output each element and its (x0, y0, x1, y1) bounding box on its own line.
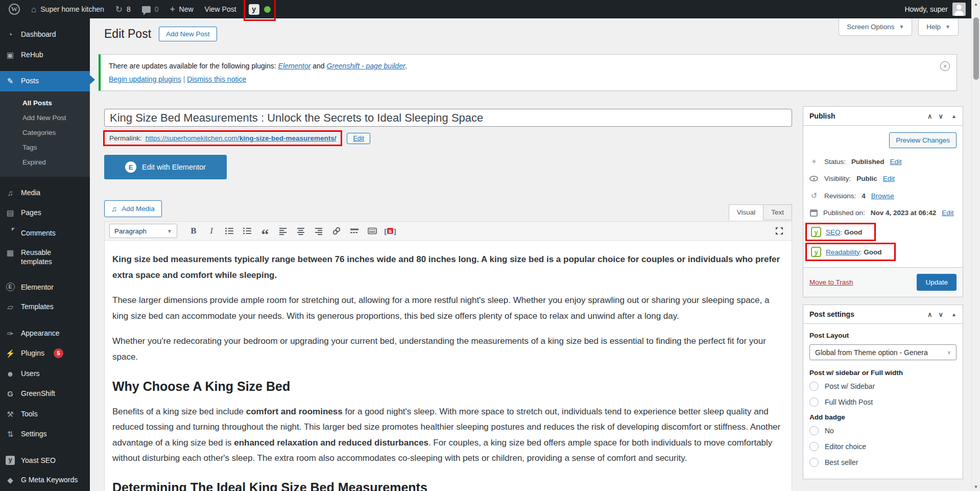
add-new-post-button[interactable]: Add New Post (159, 27, 217, 41)
page-scrollbar[interactable]: ▲ ▼ (971, 0, 980, 491)
comments-link[interactable]: 0 (136, 0, 164, 18)
move-down-icon[interactable]: ∨ (939, 311, 944, 318)
edit-published-date-link[interactable]: Edit (942, 209, 953, 217)
edit-status-link[interactable]: Edit (890, 158, 902, 166)
scroll-up-icon[interactable]: ▲ (972, 2, 980, 7)
blockquote-icon[interactable]: “ (257, 224, 273, 238)
sidebar-item-elementor[interactable]: E Elementor (0, 277, 90, 297)
yoast-adminbar-menu[interactable]: y (249, 0, 259, 18)
add-media-button[interactable]: ♫ Add Media (104, 200, 162, 217)
notice-text: and (310, 62, 326, 70)
sidebar-item-rehub[interactable]: ▣ ReHub (0, 45, 90, 65)
permalink-link[interactable]: https://superhomekitchen.com/king-size-b… (146, 134, 337, 142)
readability-analysis-link[interactable]: Readability (826, 248, 860, 256)
edit-with-elementor-button[interactable]: E Edit with Elementor (104, 155, 227, 179)
radio-full-width-post[interactable] (809, 398, 819, 407)
sidebar-item-users[interactable]: ☻ Users (0, 364, 90, 384)
paragraph-format-select[interactable]: Paragraph ▼ (109, 224, 177, 238)
revisions-label: Revisions: (824, 192, 856, 200)
radio-badge-best-seller[interactable] (809, 458, 819, 467)
submenu-tags[interactable]: Tags (0, 140, 90, 155)
plugins-icon: ⚡ (5, 348, 15, 359)
elementor-icon: E (5, 283, 15, 291)
move-up-icon[interactable]: ∧ (927, 112, 933, 120)
publish-panel-title: Publish (809, 112, 835, 120)
sidebar-item-media[interactable]: ♫ Media (0, 183, 90, 203)
numbered-list-icon[interactable] (240, 224, 255, 238)
elementor-plugin-link[interactable]: Elementor (278, 62, 311, 70)
sidebar-item-label: Tools (21, 409, 38, 418)
post-layout-select[interactable]: Global from Theme option - Genera ∨ (809, 344, 957, 360)
submenu-all-posts[interactable]: All Posts (0, 96, 90, 110)
scrollbar-thumb[interactable] (973, 17, 979, 80)
sidebar-item-plugins[interactable]: ⚡ Plugins 5 (0, 343, 90, 364)
comments-bubble-icon (142, 6, 151, 13)
submenu-expired[interactable]: Expired (0, 155, 90, 170)
sidebar-item-pages[interactable]: ▤ Pages (0, 203, 90, 223)
sidebar-item-comments[interactable]: Comments (0, 223, 90, 243)
new-content-link[interactable]: + New (164, 0, 199, 18)
avatar[interactable] (952, 3, 966, 16)
submenu-categories[interactable]: Categories (0, 125, 90, 140)
paragraph-select-value: Paragraph (114, 227, 147, 235)
radio-label: No (825, 427, 834, 435)
move-up-icon[interactable]: ∧ (927, 311, 933, 318)
read-more-icon[interactable] (347, 224, 362, 238)
editor-content-area[interactable]: King size bed measurements typically ran… (104, 240, 792, 491)
post-settings-panel: Post settings ∧ ∨ ▲ Post Layout Global f… (803, 305, 963, 479)
radio-post-with-sidebar[interactable] (809, 382, 819, 391)
sidebar-item-greenshift[interactable]: G GreenShift (0, 384, 90, 404)
radio-badge-no[interactable] (809, 426, 819, 435)
radio-label: Post w/ Sidebar (825, 382, 875, 390)
sidebar-item-dashboard[interactable]: ◔ Dashboard (0, 25, 90, 45)
edit-permalink-button[interactable]: Edit (347, 133, 370, 144)
preview-changes-button[interactable]: Preview Changes (889, 132, 957, 148)
italic-button[interactable]: I (204, 224, 219, 238)
dismiss-icon[interactable]: × (940, 61, 950, 71)
shortcode-icon[interactable]: [s] (383, 224, 398, 238)
wordpress-logo-menu[interactable]: W (3, 0, 26, 18)
greenshift-plugin-link[interactable]: Greenshift - page builder (327, 62, 405, 70)
align-left-icon[interactable] (275, 224, 291, 238)
align-right-icon[interactable] (311, 224, 326, 238)
submenu-add-new-post[interactable]: Add New Post (0, 110, 90, 125)
status-pin-icon: ⌖ (809, 157, 819, 166)
browse-revisions-link[interactable]: Browse (871, 192, 894, 200)
sidebar-item-g-meta-keywords[interactable]: ◆ G Meta Keywords (0, 470, 90, 490)
sidebar-item-templates[interactable]: ▱ Templates (0, 297, 90, 317)
sidebar-item-tools[interactable]: ⚒ Tools (0, 404, 90, 425)
help-button[interactable]: Help ▼ (918, 18, 959, 36)
update-button[interactable]: Update (917, 274, 957, 291)
sidebar-item-reusable-templates[interactable]: ▦ Reusable templates (0, 243, 90, 271)
fullscreen-icon[interactable] (772, 224, 787, 238)
bold-button[interactable]: B (186, 224, 201, 238)
align-center-icon[interactable] (293, 224, 308, 238)
edit-visibility-link[interactable]: Edit (883, 175, 895, 182)
media-icon: ♫ (5, 188, 15, 198)
sidebar-item-settings[interactable]: ⇅ Settings (0, 424, 90, 445)
move-to-trash-link[interactable]: Move to Trash (809, 278, 853, 286)
collapse-panel-icon[interactable]: ▲ (951, 312, 957, 317)
begin-updating-plugins-link[interactable]: Begin updating plugins (109, 75, 181, 83)
sidebar-item-posts[interactable]: ✎ Posts (0, 71, 90, 91)
view-post-link[interactable]: View Post (199, 0, 242, 18)
screen-options-button[interactable]: Screen Options ▼ (839, 18, 912, 36)
tab-text[interactable]: Text (763, 204, 792, 220)
dismiss-notice-link[interactable]: Dismiss this notice (187, 75, 246, 83)
scroll-down-icon[interactable]: ▼ (972, 484, 980, 489)
tab-visual[interactable]: Visual (729, 204, 764, 220)
post-title-input[interactable] (104, 109, 792, 127)
seo-analysis-link[interactable]: SEO (826, 228, 841, 236)
sidebar-item-yoast-seo[interactable]: y Yoast SEO (0, 451, 90, 470)
updates-link[interactable]: ↻ 8 (110, 0, 136, 18)
collapse-panel-icon[interactable]: ▲ (951, 113, 957, 119)
move-down-icon[interactable]: ∨ (939, 112, 944, 120)
bullet-list-icon[interactable] (222, 224, 237, 238)
sidebar-item-appearance[interactable]: ✑ Appearance (0, 323, 90, 344)
link-icon[interactable] (329, 224, 344, 238)
howdy-account-link[interactable]: Howdy, super (904, 5, 948, 13)
chevron-down-icon: ▼ (945, 24, 950, 30)
keyboard-shortcuts-icon[interactable] (365, 224, 380, 238)
site-name-link[interactable]: ⌂ Super home kitchen (26, 0, 110, 18)
radio-badge-editor-choice[interactable] (809, 442, 819, 451)
